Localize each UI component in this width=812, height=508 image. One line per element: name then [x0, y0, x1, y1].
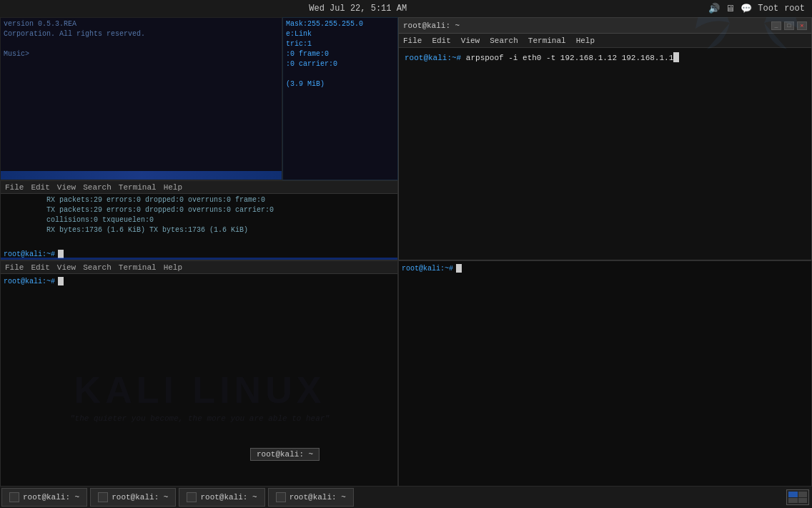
net-tric: tric:1 [286, 39, 395, 49]
term2-content: RX packets:29 errors:0 dropped:0 overrun… [1, 194, 397, 237]
term2-menu-file[interactable]: File [5, 183, 24, 192]
term2-line4: RX bytes:1736 (1.6 KiB) TX bytes:1736 (1… [4, 225, 395, 235]
toot-label: Toot [758, 4, 778, 14]
term2-menu-edit[interactable]: Edit [31, 183, 49, 192]
terminal-2: File Edit View Search Terminal Help RX p… [0, 180, 398, 260]
taskbar-label-3: root@kali: ~ [200, 493, 257, 502]
term2-menu-search[interactable]: Search [83, 183, 112, 192]
term-main-content[interactable]: root@kali:~# arpspoof -i eth0 -t 192.168… [399, 48, 811, 69]
taskbar-item-3[interactable]: root@kali: ~ [179, 488, 264, 507]
taskbar-label-1: root@kali: ~ [23, 493, 79, 502]
term3-menu-search[interactable]: Search [83, 263, 112, 272]
term2-line3: collisions:0 txqueuelen:0 [4, 215, 395, 225]
menu-search[interactable]: Search [490, 36, 518, 45]
menu-view[interactable]: View [461, 36, 480, 45]
term3-menu-help[interactable]: Help [164, 263, 182, 272]
term3-menu-view[interactable]: View [57, 263, 76, 272]
topbar-right: 🔊 🖥 💬 Toot root [708, 3, 805, 14]
username-label: root [784, 4, 805, 14]
menu-help[interactable]: Help [576, 36, 595, 45]
term3-menu-terminal[interactable]: Terminal [119, 263, 157, 272]
taskbar-label-2: root@kali: ~ [112, 493, 168, 502]
term3-prompt: root@kali:~# [4, 278, 55, 285]
taskbar-item-4[interactable]: root@kali: ~ [268, 488, 354, 507]
workspace-1 [788, 492, 798, 497]
term4-kali-bg: LINUX ™ [797, 304, 812, 487]
topbar-center: Wed Jul 22, 5:11 AM [309, 4, 407, 14]
topbar: Wed Jul 22, 5:11 AM 🔊 🖥 💬 Toot root [0, 0, 812, 17]
net-link: e:Link [286, 29, 395, 39]
desktop: version 0.5.3.REA Corporation. All right… [0, 17, 812, 487]
term4-icon [276, 492, 286, 502]
term2-menu-view[interactable]: View [57, 183, 76, 192]
main-command: arpspoof -i eth0 -t 192.168.1.12 192.168… [466, 54, 673, 62]
term4-prompt: root@kali:~# [402, 265, 453, 273]
tooltip-label: root@kali: ~ [257, 450, 313, 459]
term2-titlebar: File Edit View Search Terminal Help [1, 181, 397, 194]
term2-menu: File Edit View Search Terminal Help [5, 183, 182, 192]
term1-content: version 0.5.3.REA Corporation. All right… [1, 18, 282, 61]
net-panel: Mask:255.255.255.0 e:Link tric:1 :0 fram… [282, 17, 398, 180]
term2-prompt: root@kali:~# [4, 250, 55, 258]
monitor-icon[interactable]: 🖥 [726, 4, 735, 14]
term3-kali-bg: KALI LINUX "the quieter you become, the … [1, 304, 399, 487]
term2-icon [98, 492, 108, 502]
term2-line2: TX packets:29 errors:0 dropped:0 overrun… [4, 205, 395, 215]
workspace-switcher[interactable] [786, 489, 809, 505]
speaker-icon[interactable]: 🔊 [708, 3, 720, 14]
taskbar-item-1[interactable]: root@kali: ~ [1, 488, 87, 507]
term2-line1: RX packets:29 errors:0 dropped:0 overrun… [4, 195, 395, 205]
kali-slogan-left: "the quieter you become, the more you ar… [70, 414, 330, 423]
menu-file[interactable]: File [403, 36, 422, 45]
menu-edit[interactable]: Edit [432, 36, 450, 45]
term1-icon [9, 492, 19, 502]
term1-line1: version 0.5.3.REA [4, 19, 279, 29]
term3-titlebar: File Edit View Search Terminal Help [1, 261, 397, 274]
term1-line3 [4, 39, 279, 49]
term3-icon [187, 492, 197, 502]
workspace-4 [798, 498, 808, 504]
net-mib: (3.9 MiB) [286, 79, 395, 89]
net-carrier: :0 carrier:0 [286, 59, 395, 69]
terminal-3: File Edit View Search Terminal Help KALI… [0, 260, 398, 487]
workspace-3 [788, 498, 798, 504]
term2-menu-terminal[interactable]: Terminal [119, 183, 157, 192]
terminal-1: version 0.5.3.REA Corporation. All right… [0, 17, 282, 180]
term1-line2: Corporation. All rights reserved. [4, 29, 279, 39]
chat-icon[interactable]: 💬 [741, 3, 752, 14]
term1-line4: Music> [4, 49, 279, 59]
taskbar-item-2[interactable]: root@kali: ~ [90, 488, 176, 507]
cursor [673, 52, 679, 62]
net-blank [286, 69, 395, 79]
term3-menu: File Edit View Search Terminal Help [5, 263, 182, 272]
terminal-main: root@kali: ~ _ □ ✕ File Edit View Search… [398, 17, 812, 260]
net-mask: Mask:255.255.255.0 [286, 19, 395, 29]
main-prompt: root@kali:~# [405, 54, 466, 62]
term2-menu-help[interactable]: Help [164, 183, 182, 192]
tooltip-popup: root@kali: ~ [250, 448, 320, 461]
datetime-display: Wed Jul 22, 5:11 AM [309, 4, 407, 14]
workspace-2 [798, 492, 808, 497]
taskbar: root@kali: ~ root@kali: ~ root@kali: ~ r… [0, 487, 812, 508]
term3-menu-edit[interactable]: Edit [31, 263, 49, 272]
net-frame: :0 frame:0 [286, 49, 395, 59]
term-main-title: root@kali: ~ [403, 21, 460, 30]
taskbar-label-4: root@kali: ~ [289, 493, 346, 502]
term3-menu-file[interactable]: File [5, 263, 24, 272]
switcher-grid [786, 489, 809, 505]
menu-terminal[interactable]: Terminal [528, 36, 566, 45]
kali-text-left: KALI LINUX [74, 368, 326, 411]
terminal-4: LINUX ™ root@kali:~# [398, 260, 812, 487]
